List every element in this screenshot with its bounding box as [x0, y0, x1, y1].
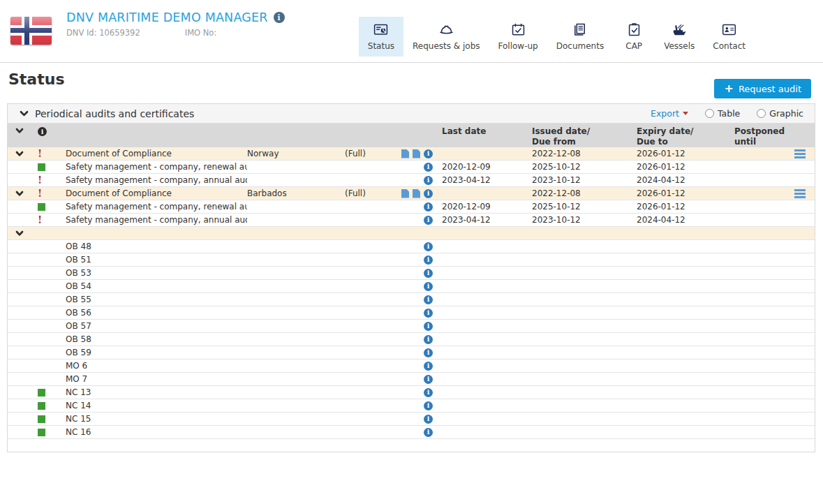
- row-expand-toggle[interactable]: [8, 151, 29, 157]
- header-spacer-menu: [792, 124, 815, 126]
- row-name: Safety management - company, renewal aud…: [54, 202, 247, 212]
- info-icon[interactable]: i: [424, 322, 433, 331]
- tab-label: Contact: [713, 41, 746, 51]
- row-expand-toggle[interactable]: [8, 230, 29, 237]
- tab-status[interactable]: Status: [359, 17, 403, 57]
- row-expand-toggle[interactable]: [8, 191, 29, 197]
- table-row: MO 6i: [8, 360, 815, 373]
- export-dropdown[interactable]: Export: [651, 108, 688, 119]
- overdue-alert-icon: !: [38, 215, 42, 225]
- dnv-id-label: DNV Id: 10659392: [66, 28, 140, 38]
- calendar-check-icon: [510, 22, 526, 38]
- row-doc-icons: i: [390, 295, 436, 304]
- table-row: OB 51i: [8, 253, 815, 267]
- info-icon[interactable]: i: [424, 428, 433, 437]
- row-last-date: 2020-12-09: [436, 202, 526, 212]
- table-row: !Document of ComplianceBarbados(Full)i20…: [8, 187, 815, 200]
- row-doc-icons: i: [390, 362, 436, 371]
- info-icon[interactable]: i: [424, 415, 433, 424]
- col-header-expiry: Expiry date/ Due to: [630, 124, 728, 147]
- row-status-cell: !: [29, 215, 54, 225]
- table-row: !Safety management - company, annual aud…: [8, 214, 815, 227]
- info-icon[interactable]: i: [424, 309, 433, 318]
- row-status-cell: !: [29, 188, 54, 198]
- clipboard-check-icon: [626, 22, 642, 38]
- row-issued-date: 2022-12-08: [526, 188, 630, 198]
- request-audit-label: Request audit: [739, 84, 801, 94]
- document-icon[interactable]: [401, 189, 409, 198]
- tab-contact[interactable]: Contact: [704, 17, 755, 57]
- info-icon[interactable]: i: [424, 348, 433, 357]
- row-name: OB 56: [54, 308, 247, 318]
- row-expiry-date: 2026-01-12: [630, 188, 728, 198]
- document-icon[interactable]: [413, 149, 420, 158]
- tab-requests-jobs[interactable]: Requests & jobs: [403, 17, 489, 57]
- table-row: MO 7i: [8, 373, 815, 386]
- row-issued-date: 2022-12-08: [526, 149, 630, 158]
- table-header-row: i Last date Issued date/ Due from Expiry…: [8, 124, 815, 147]
- tab-follow-up[interactable]: Follow-up: [489, 17, 547, 57]
- document-icon[interactable]: [401, 149, 409, 158]
- row-menu-icon[interactable]: [794, 189, 806, 198]
- info-icon[interactable]: i: [424, 282, 433, 291]
- ok-status-icon: [38, 402, 45, 410]
- request-audit-button[interactable]: + Request audit: [714, 79, 811, 98]
- tab-documents[interactable]: Documents: [547, 17, 613, 57]
- col-header-postponed-line2: until: [734, 137, 792, 147]
- document-icon[interactable]: [413, 189, 420, 198]
- info-icon[interactable]: i: [424, 255, 433, 265]
- view-toggle-graphic[interactable]: Graphic: [757, 108, 803, 119]
- table-row: OB 58i: [8, 333, 815, 346]
- view-toggle-table[interactable]: Table: [705, 108, 740, 119]
- tab-vessels[interactable]: Vessels: [655, 17, 704, 57]
- row-expiry-date: 2026-01-12: [630, 162, 728, 172]
- table-row: OB 54i: [8, 280, 815, 293]
- info-icon[interactable]: i: [424, 176, 433, 185]
- row-doc-icons: i: [390, 202, 436, 212]
- row-doc-icons: i: [390, 216, 436, 225]
- row-menu-icon[interactable]: [794, 149, 806, 158]
- info-icon[interactable]: i: [424, 242, 433, 251]
- row-doc-icons: i: [390, 401, 436, 410]
- row-status-cell: [29, 402, 54, 410]
- row-last-date: 2020-12-09: [436, 162, 526, 172]
- info-icon[interactable]: i: [424, 216, 433, 225]
- row-doc-icons: i: [390, 309, 436, 318]
- row-country: Barbados: [247, 188, 345, 198]
- table-row: NC 13i: [8, 386, 815, 399]
- collapse-all-toggle[interactable]: [8, 124, 29, 136]
- row-doc-icons: i: [390, 322, 436, 331]
- info-icon[interactable]: i: [424, 388, 433, 397]
- row-doc-icons: i: [390, 388, 436, 397]
- radio-label-graphic: Graphic: [769, 108, 803, 119]
- tab-cap[interactable]: CAP: [613, 17, 655, 57]
- panel-title: Periodical audits and certificates: [35, 108, 194, 119]
- company-block: DNV MARITIME DEMO MANAGER i DNV Id: 1065…: [66, 10, 285, 38]
- table-row: NC 14i: [8, 399, 815, 413]
- info-icon[interactable]: i: [424, 401, 433, 410]
- info-icon[interactable]: i: [424, 269, 433, 278]
- row-doc-icons: i: [390, 163, 436, 172]
- info-icon[interactable]: i: [424, 189, 433, 198]
- row-name: Safety management - company, annual audi…: [54, 215, 247, 225]
- panel-header: Periodical audits and certificates Expor…: [8, 104, 815, 124]
- section-collapse-icon[interactable]: [20, 110, 29, 117]
- row-name: MO 7: [54, 374, 247, 384]
- company-info-icon[interactable]: i: [274, 12, 285, 23]
- info-icon[interactable]: i: [424, 375, 433, 384]
- row-name: OB 54: [54, 281, 247, 291]
- tab-label: Status: [368, 41, 394, 51]
- row-status-cell: [29, 163, 54, 171]
- col-header-last-date: Last date: [436, 124, 526, 136]
- page-title: Status: [8, 71, 64, 88]
- table-row: Safety management - company, renewal aud…: [8, 200, 815, 214]
- info-icon[interactable]: i: [424, 362, 433, 371]
- header-spacer-icons: [390, 124, 436, 126]
- info-icon[interactable]: i: [424, 295, 433, 304]
- info-icon[interactable]: i: [424, 202, 433, 212]
- info-icon[interactable]: i: [424, 149, 433, 158]
- chevron-down-icon: [15, 191, 24, 197]
- info-icon[interactable]: i: [424, 335, 433, 344]
- table-info-icon[interactable]: i: [29, 124, 54, 136]
- info-icon[interactable]: i: [424, 163, 433, 172]
